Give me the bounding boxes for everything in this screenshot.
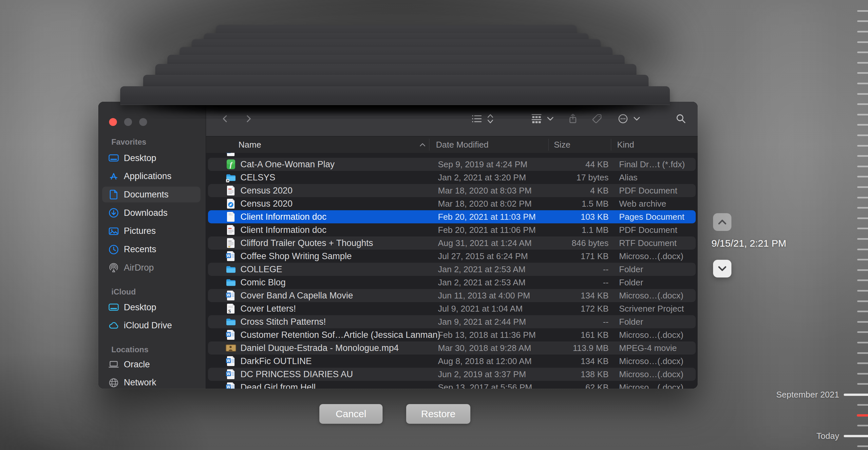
search-icon[interactable]: [676, 113, 686, 124]
back-icon[interactable]: [220, 113, 230, 124]
file-name: Comic Blog: [241, 278, 286, 288]
timeline-tick[interactable]: [857, 62, 868, 64]
timemachine-forward-button[interactable]: [713, 213, 732, 231]
timeline-tick[interactable]: [857, 145, 868, 147]
timeline-tick[interactable]: [857, 155, 868, 157]
timeline-current-snapshot-tick[interactable]: [857, 414, 868, 417]
timeline-tick[interactable]: [857, 72, 868, 74]
timeline-tick[interactable]: [857, 259, 868, 260]
timemachine-back-button[interactable]: [713, 260, 732, 278]
timeline-tick[interactable]: [857, 103, 868, 105]
forward-icon[interactable]: [243, 113, 254, 124]
column-header-size[interactable]: Size: [554, 140, 570, 150]
timeline-tick[interactable]: [857, 404, 868, 406]
file-row[interactable]: Cross Stitch Patterns!Jan 9, 2021 at 2:4…: [208, 315, 696, 328]
column-divider[interactable]: [611, 139, 611, 150]
timeline-tick[interactable]: [857, 352, 868, 354]
file-kind: Folder: [619, 317, 643, 327]
timeline-tick[interactable]: [857, 135, 868, 136]
timeline-tick[interactable]: [857, 383, 868, 385]
timeline-tick[interactable]: [857, 41, 868, 43]
sidebar-item-recents[interactable]: Recents: [102, 242, 200, 257]
sidebar-item-oracle[interactable]: Oracle: [102, 357, 200, 372]
file-row[interactable]: Census 2020Mar 18, 2020 at 8:03 PM4 KBPD…: [208, 184, 696, 197]
file-row[interactable]: WCoffee Shop Writing SampleJul 27, 2015 …: [208, 250, 696, 263]
timeline-tick[interactable]: [857, 114, 868, 115]
timeline-tick[interactable]: [857, 238, 868, 240]
timeline-tick[interactable]: [857, 52, 868, 53]
timeline-tick[interactable]: [857, 311, 868, 312]
cancel-button[interactable]: Cancel: [319, 404, 382, 424]
file-name: Client Information doc: [241, 225, 327, 235]
timeline-tick[interactable]: [857, 124, 868, 125]
timeline-tick[interactable]: [857, 83, 868, 84]
file-row[interactable]: Comic BlogJan 2, 2021 at 2:53 AM--Folder: [208, 276, 696, 289]
timeline-tick[interactable]: [857, 362, 868, 364]
sidebar-item-icloud-drive[interactable]: iCloud Drive: [102, 318, 200, 334]
sidebar-item-applications[interactable]: Applications: [102, 169, 200, 184]
timeline-tick[interactable]: [857, 166, 868, 167]
timeline-tick[interactable]: [857, 249, 868, 250]
file-row[interactable]: WDead Girl from HellSep 13, 2017 at 5:56…: [208, 381, 696, 389]
file-row[interactable]: Daniel Duque-Estrada - Monologue.mp4Mar …: [208, 341, 696, 355]
timeline-tick[interactable]: [857, 186, 868, 188]
timeline-tick[interactable]: [857, 373, 868, 374]
file-row[interactable]: Client Information docFeb 20, 2021 at 11…: [208, 210, 696, 223]
column-divider[interactable]: [429, 139, 429, 150]
file-row[interactable]: fCat-A One-Woman PlaySep 9, 2019 at 4:24…: [208, 158, 696, 171]
sidebar-item-pictures[interactable]: Pictures: [102, 223, 200, 239]
file-row-partial[interactable]: W: [208, 153, 696, 158]
timeline-tick[interactable]: [857, 20, 868, 22]
timeline-tick[interactable]: [857, 31, 868, 32]
timeline-tick[interactable]: [857, 10, 868, 12]
file-row[interactable]: SCover Letters!Jul 9, 2021 at 1:04 AM172…: [208, 302, 696, 315]
column-header-kind[interactable]: Kind: [617, 140, 634, 150]
column-divider[interactable]: [548, 139, 549, 150]
restore-button[interactable]: Restore: [406, 404, 470, 424]
tag-icon[interactable]: [592, 114, 602, 124]
file-row[interactable]: Census 2020Mar 18, 2020 at 8:02 PM1.5 MB…: [208, 197, 696, 210]
timeline-tick[interactable]: [857, 290, 868, 291]
group-chevron-icon[interactable]: [547, 115, 554, 122]
file-row[interactable]: CELSYSJan 2, 2021 at 3:20 PM17 bytesAlia…: [208, 171, 696, 184]
timeline-tick[interactable]: [857, 331, 868, 333]
timeline-tick[interactable]: [857, 425, 868, 426]
close-button[interactable]: [109, 118, 117, 126]
file-row[interactable]: Clifford Trailer Quotes + ThoughtsAug 31…: [208, 236, 696, 250]
timeline-tick[interactable]: [857, 321, 868, 323]
column-header-name[interactable]: Name: [239, 140, 261, 150]
timeline-tick[interactable]: [857, 176, 868, 177]
sidebar-item-network[interactable]: Network: [102, 375, 200, 389]
sidebar-item-desktop[interactable]: Desktop: [102, 300, 200, 315]
timeline-today-tick[interactable]: [844, 435, 868, 437]
more-chevron-icon[interactable]: [633, 115, 640, 122]
file-row[interactable]: WDC PRINCESS DIARIES AUJun 2, 2019 at 3:…: [208, 368, 696, 381]
column-header-date-modified[interactable]: Date Modified: [436, 140, 488, 150]
file-row[interactable]: WDarkFic OUTLINEAug 8, 2018 at 12:00 AM1…: [208, 355, 696, 368]
sidebar-item-label: Pictures: [124, 226, 156, 236]
sidebar-item-desktop[interactable]: Desktop: [102, 150, 200, 166]
timeline-tick[interactable]: [857, 218, 868, 219]
timeline-tick[interactable]: [857, 342, 868, 343]
timeline-tick[interactable]: [857, 301, 868, 302]
file-row[interactable]: WCover Band A Capella MovieJun 11, 2013 …: [208, 289, 696, 302]
timeline-tick[interactable]: [857, 93, 868, 95]
timeline-tick[interactable]: [857, 279, 868, 281]
list-view-icon[interactable]: [471, 114, 483, 124]
sidebar-item-documents[interactable]: Documents: [102, 187, 200, 202]
timeline-tick[interactable]: [857, 197, 868, 198]
file-row[interactable]: COLLEGEJan 2, 2021 at 2:53 AM--Folder: [208, 263, 696, 276]
timeline-tick[interactable]: [857, 228, 868, 229]
share-icon[interactable]: [568, 113, 578, 124]
timeline-month-tick[interactable]: [844, 394, 868, 396]
timeline-tick[interactable]: [857, 445, 868, 447]
sidebar-item-downloads[interactable]: Downloads: [102, 205, 200, 221]
view-chevrons-icon[interactable]: [487, 114, 494, 124]
sidebar-item-airdrop[interactable]: AirDrop: [102, 260, 200, 276]
more-icon[interactable]: [618, 113, 628, 124]
group-icon[interactable]: [531, 113, 542, 124]
file-row[interactable]: WCustomer Retention Sof…Article (Jessica…: [208, 328, 696, 341]
file-row[interactable]: Client Information docFeb 20, 2021 at 11…: [208, 223, 696, 236]
timeline-tick[interactable]: [857, 207, 868, 208]
timeline-tick[interactable]: [857, 269, 868, 271]
